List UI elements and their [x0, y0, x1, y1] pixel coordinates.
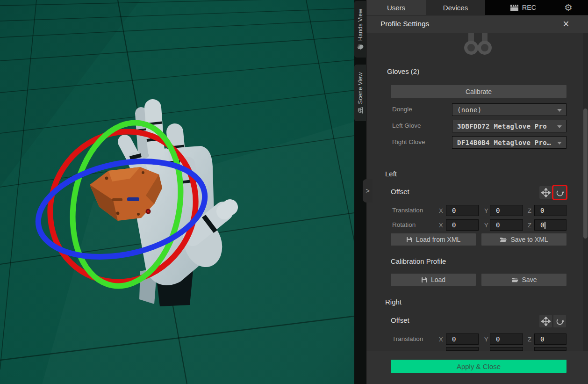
rec-button[interactable]: REC [502, 0, 544, 15]
value: 0 [496, 221, 500, 229]
value: 0 [540, 335, 544, 343]
right-section-heading: Right [385, 298, 402, 306]
chevron-down-icon [557, 109, 562, 112]
apply-close-button[interactable]: Apply & Close [391, 360, 566, 373]
calibration-save-button[interactable]: Save [481, 274, 566, 286]
close-icon[interactable]: × [559, 17, 573, 31]
tab-users[interactable]: Users [366, 0, 426, 15]
floppy-disk-icon [421, 277, 427, 283]
axis-y-label: Y [484, 222, 488, 229]
folder-open-icon [500, 237, 507, 242]
dialog-footer: Apply & Close [366, 351, 588, 384]
glove-ring-graphic [478, 41, 492, 55]
tab-devices[interactable]: Devices [426, 0, 485, 15]
right-translation-x-input[interactable]: 0 [446, 333, 479, 345]
save-to-xml-label: Save to XML [510, 236, 548, 243]
dialog-content: Gloves (2) Calibrate Dongle (none) Left … [366, 33, 588, 351]
text-cursor [545, 222, 545, 229]
tab-devices-label: Devices [443, 4, 468, 12]
calibrate-button[interactable]: Calibrate [391, 85, 566, 98]
tab-hands-view-label: Hands View [357, 8, 364, 40]
left-rotation-x-input[interactable]: 0 [446, 219, 479, 231]
dialog-title: Profile Settings [380, 20, 429, 28]
axis-z-label: Z [528, 207, 531, 214]
clapperboard-icon [510, 4, 519, 11]
calibration-load-label: Load [431, 276, 445, 283]
calibration-load-button[interactable]: Load [391, 274, 476, 286]
move-icon [541, 188, 551, 197]
left-rotation-z-input[interactable]: 0 [534, 219, 566, 231]
rotate-icon [555, 188, 565, 197]
left-offset-rotate-button[interactable] [553, 186, 566, 199]
load-from-xml-button[interactable]: Load from XML [391, 233, 476, 246]
right-translation-z-input[interactable]: 0 [534, 333, 566, 345]
hand-icon [357, 43, 364, 50]
dongle-dropdown[interactable]: (none) [452, 103, 566, 116]
top-tab-bar: Users Devices REC ⚙ [366, 0, 588, 15]
app-root: Hands View Scene View Users Devices [0, 0, 588, 384]
left-glove-value: 3DBFDD72 Metaglove Pro [457, 123, 547, 130]
left-translation-y-input[interactable]: 0 [490, 205, 523, 216]
folder-open-icon [511, 277, 518, 283]
value: 0 [452, 221, 456, 229]
left-rotation-y-input[interactable]: 0 [490, 219, 523, 231]
chevron-down-icon [557, 125, 562, 128]
tab-users-label: Users [387, 4, 405, 12]
left-section-heading: Left [385, 170, 397, 178]
value: 0 [452, 207, 456, 214]
left-translation-label: Translation [392, 207, 423, 214]
value: 0 [496, 335, 500, 343]
scene-viewport[interactable] [0, 0, 354, 384]
axis-x-label: X [439, 207, 443, 214]
right-glove-value: DF14B0B4 Metaglove Pro… [457, 139, 551, 146]
right-rotation-y-input-partial[interactable] [490, 347, 523, 351]
glove-ring-graphic [464, 41, 478, 55]
right-offset-rotate-button[interactable] [553, 315, 566, 327]
axis-x-label: X [439, 336, 443, 343]
right-translation-label: Translation [392, 335, 423, 342]
tab-scene-view-label: Scene View [357, 72, 364, 104]
axis-z-label: Z [528, 222, 531, 229]
right-glove-dropdown[interactable]: DF14B0B4 Metaglove Pro… [452, 136, 566, 149]
left-offset-heading: Offset [391, 188, 409, 196]
dialog-header: Profile Settings × [366, 15, 588, 33]
scene-canvas[interactable] [0, 0, 354, 384]
right-panel: Users Devices REC ⚙ Profile Settings [366, 0, 588, 384]
rotate-icon [555, 317, 565, 326]
left-glove-dropdown[interactable]: 3DBFDD72 Metaglove Pro [452, 120, 566, 132]
left-offset-move-button[interactable] [539, 186, 552, 199]
gear-glyph: ⚙ [564, 2, 573, 13]
axis-x-label: X [439, 222, 443, 229]
calibrate-label: Calibrate [466, 88, 492, 95]
right-offset-move-button[interactable] [539, 315, 552, 327]
tab-hands-view[interactable]: Hands View [354, 1, 366, 58]
value: 0 [496, 207, 500, 214]
right-translation-y-input[interactable]: 0 [490, 333, 523, 345]
left-rotation-label: Rotation [392, 221, 416, 228]
calibration-save-label: Save [522, 276, 537, 283]
settings-gear-icon[interactable]: ⚙ [559, 0, 578, 15]
save-to-xml-button[interactable]: Save to XML [481, 233, 566, 246]
calibration-profile-heading: Calibration Profile [391, 257, 446, 265]
panel-scrollbar[interactable] [583, 33, 588, 351]
tab-scene-view[interactable]: Scene View [354, 65, 366, 121]
load-from-xml-label: Load from XML [416, 236, 461, 243]
left-glove-label: Left Glove [392, 122, 421, 129]
rec-label: REC [522, 4, 537, 11]
axis-y-label: Y [484, 207, 488, 214]
left-translation-z-input[interactable]: 0 [534, 205, 566, 216]
chevron-down-icon [557, 142, 562, 145]
right-rotation-x-input-partial[interactable] [446, 347, 479, 351]
dongle-label: Dongle [392, 106, 412, 113]
panel-collapse-handle[interactable]: > [363, 179, 373, 203]
axis-y-label: Y [484, 336, 488, 343]
floppy-disk-icon [406, 237, 412, 243]
right-glove-label: Right Glove [392, 138, 425, 145]
value: 0 [540, 221, 544, 229]
right-rotation-z-input-partial[interactable] [534, 347, 566, 351]
scene-grid-icon [358, 107, 363, 114]
axis-z-label: Z [528, 336, 531, 343]
left-translation-x-input[interactable]: 0 [446, 205, 479, 216]
value: 0 [452, 335, 456, 343]
scrollbar-thumb[interactable] [583, 109, 588, 239]
